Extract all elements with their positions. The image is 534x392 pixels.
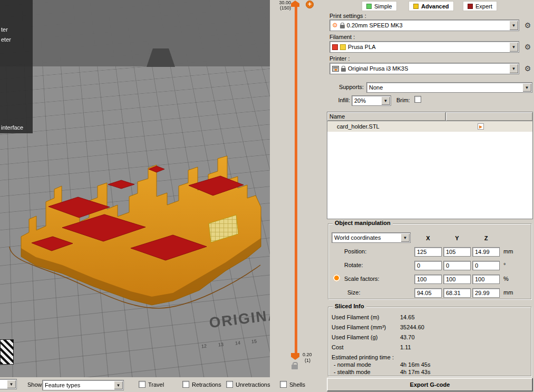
infill-combo[interactable]: 20% ▼ <box>352 95 391 106</box>
lock-icon <box>340 25 345 28</box>
print-settings-combo[interactable]: ⚙ 0.20mm SPEED MK3 ▼ <box>329 19 519 31</box>
mode-button-simple[interactable]: Simple <box>362 1 397 11</box>
printer-gear-button[interactable]: ⚙ <box>523 64 532 73</box>
position-x-field[interactable]: 125 <box>414 247 442 257</box>
name-column-header: Name <box>327 112 446 121</box>
layer-slider-lower-handle[interactable] <box>291 353 299 360</box>
shells-label: Shells <box>289 381 305 388</box>
dropdown-arrow-icon[interactable]: ▼ <box>522 83 531 92</box>
size-x-field[interactable]: 94.05 <box>414 288 442 298</box>
extra-column-header <box>446 112 532 121</box>
filament-value: Prusa PLA <box>348 44 376 50</box>
scale-z-field[interactable]: 100 <box>472 275 500 284</box>
size-z-field[interactable]: 29.99 <box>472 288 500 298</box>
coordinates-combo[interactable]: World coordinates ▼ <box>332 232 411 243</box>
sliced-info-group: Sliced Info Used Filament (m) 14.65 Used… <box>328 307 531 376</box>
preview-toolbar: ▼ Show Feature types ▼ Travel Retraction… <box>0 377 327 392</box>
printer-value: Original Prusa i3 MK3S <box>348 65 408 72</box>
feature-legend-panel: ter eter interface <box>0 0 33 133</box>
feature-types-combo[interactable]: Feature types ▼ <box>42 380 124 390</box>
dropdown-arrow-icon[interactable]: ▼ <box>509 21 518 30</box>
layer-slider-upper-handle[interactable] <box>291 1 299 7</box>
scale-y-field[interactable]: 100 <box>443 275 471 284</box>
shells-checkbox[interactable] <box>280 381 287 388</box>
info-value: 4h 17m 43s <box>400 369 430 375</box>
position-y-field[interactable]: 105 <box>443 247 471 257</box>
brim-label: Brim: <box>396 97 410 103</box>
dropdown-arrow-icon[interactable]: ▼ <box>509 42 518 52</box>
dropdown-arrow-icon[interactable]: ▼ <box>114 381 123 389</box>
mode-label: Advanced <box>421 3 449 9</box>
position-z-field[interactable]: 14.99 <box>472 247 500 257</box>
info-label: - stealth mode <box>334 369 371 375</box>
travel-label: Travel <box>148 381 164 388</box>
object-name: card_holder.STL <box>337 123 380 130</box>
retractions-checkbox[interactable] <box>182 381 189 388</box>
gcode-preview-canvas[interactable]: ORIGINAL 12 13 14 15 ter eter interface <box>0 0 270 377</box>
info-label: Used Filament (m) <box>332 314 379 320</box>
info-value: 43.70 <box>400 334 415 340</box>
printer-combo[interactable]: Original Prusa i3 MK3S ▼ <box>329 63 519 74</box>
uniform-scale-icon[interactable] <box>333 275 340 281</box>
layer-slider-area: 30.00 (150) + 0.20 (1) <box>270 0 327 377</box>
export-gcode-button[interactable]: Export G-code <box>327 378 533 391</box>
printer-icon <box>332 66 339 72</box>
rotate-label: Rotate: <box>344 262 363 268</box>
coordinates-value: World coordinates <box>334 234 381 241</box>
position-label: Position: <box>344 248 366 254</box>
dropdown-arrow-icon[interactable]: ▼ <box>7 380 16 388</box>
mode-button-expert[interactable]: Expert <box>463 1 497 11</box>
feature-types-value: Feature types <box>45 382 80 388</box>
dropdown-arrow-icon[interactable]: ▼ <box>381 96 390 105</box>
add-layer-range-button[interactable]: + <box>306 1 314 8</box>
view-type-combo-partial[interactable]: ▼ <box>0 379 17 389</box>
rotate-z-field[interactable]: 0 <box>472 261 500 270</box>
rotate-unit: ° <box>503 262 506 268</box>
info-label: Cost <box>332 344 344 350</box>
travel-checkbox[interactable] <box>139 381 145 388</box>
print-settings-value: 0.20mm SPEED MK3 <box>347 22 403 28</box>
preset-gear-icon: ⚙ <box>332 22 338 28</box>
mode-button-advanced[interactable]: Advanced <box>409 1 454 11</box>
filament-gear-button[interactable]: ⚙ <box>523 42 532 52</box>
scale-label: Scale factors: <box>344 276 380 282</box>
size-unit: mm <box>503 289 513 296</box>
infill-label: Infill: <box>329 97 350 103</box>
sidebar-panel: Simple Advanced Expert Print settings : … <box>327 0 534 392</box>
z-column-header: Z <box>472 235 500 241</box>
supports-combo[interactable]: None ▼ <box>366 82 532 93</box>
rotate-y-field[interactable]: 0 <box>443 261 471 270</box>
filament-combo[interactable]: Prusa PLA ▼ <box>329 41 519 53</box>
size-label: Size: <box>347 289 360 296</box>
legend-item-label: ter <box>1 26 8 33</box>
slider-min-layer-label: (1) <box>305 358 310 363</box>
brim-checkbox[interactable] <box>414 96 421 103</box>
unretractions-label: Unretractions <box>236 381 270 388</box>
rotate-x-field[interactable]: 0 <box>414 261 442 270</box>
position-unit: mm <box>503 248 513 254</box>
filament-spool-icon <box>340 44 346 50</box>
layer-lock-icon[interactable] <box>292 365 298 369</box>
legend-item-label: eter <box>1 36 11 43</box>
bed-axis-number: 15 <box>251 339 257 345</box>
table-row[interactable]: card_holder.STL <box>327 121 532 132</box>
scale-x-field[interactable]: 100 <box>414 275 442 284</box>
info-value: 1.11 <box>400 344 411 350</box>
slider-min-height-label: 0.20 <box>303 352 312 357</box>
dropdown-arrow-icon[interactable]: ▼ <box>509 64 518 73</box>
supports-value: None <box>369 84 383 91</box>
object-settings-icon[interactable] <box>478 123 484 130</box>
info-value: 35244.60 <box>400 324 424 330</box>
size-y-field[interactable]: 68.31 <box>443 288 471 298</box>
printer-label: Printer : <box>329 55 350 62</box>
y-column-header: Y <box>443 235 471 241</box>
filament-label: Filament : <box>329 34 355 40</box>
dropdown-arrow-icon[interactable]: ▼ <box>401 233 410 242</box>
info-value: 14.65 <box>400 314 415 320</box>
unretractions-checkbox[interactable] <box>226 381 233 388</box>
info-label: - normal mode <box>334 361 371 368</box>
legend-item-label: interface <box>1 124 23 131</box>
layer-slider-track[interactable] <box>295 7 297 355</box>
show-label: Show <box>27 381 42 388</box>
print-settings-gear-button[interactable]: ⚙ <box>523 21 532 30</box>
